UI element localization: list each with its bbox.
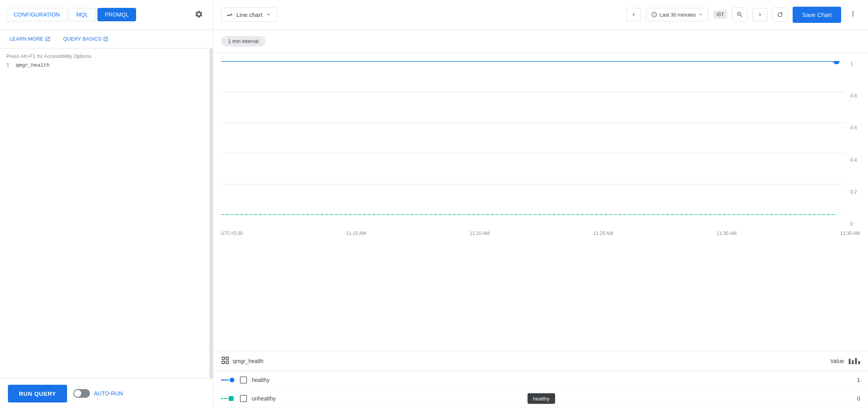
chart-toolbar-top: Line chart Last 30 minutes IST xyxy=(213,0,868,29)
x-label-1130: 11:30 AM xyxy=(716,231,737,236)
chart-svg xyxy=(221,61,860,215)
legend-header: qmgr_health Value xyxy=(213,351,868,371)
query-editor[interactable]: Press Alt+F1 for Accessibility Options. … xyxy=(0,48,213,378)
metric-grid-icon xyxy=(221,356,230,366)
legend-table: qmgr_health Value xyxy=(213,351,868,408)
main-area: LEARN MORE QUERY BASICS Press Alt+F1 for… xyxy=(0,30,868,408)
tab-promql[interactable]: PROMQL xyxy=(97,8,137,21)
svg-rect-9 xyxy=(226,361,228,363)
chart-type-label: Line chart xyxy=(236,11,262,18)
svg-rect-8 xyxy=(222,361,224,363)
line-code: qmgr_health xyxy=(16,62,50,68)
editor-line-1: 1 qmgr_health xyxy=(6,62,206,68)
chevron-right-icon xyxy=(757,11,763,18)
tab-configuration[interactable]: CONFIGURATION xyxy=(6,8,67,21)
unhealthy-label: unhealthy xyxy=(252,395,276,402)
settings-button[interactable] xyxy=(191,7,206,23)
value-col-label: Value xyxy=(830,358,844,364)
svg-point-11 xyxy=(230,378,234,382)
zoom-in-button[interactable] xyxy=(732,7,748,22)
query-basics-label: QUERY BASICS xyxy=(63,36,101,42)
y-label-02: 0.2 xyxy=(850,189,857,195)
chart-type-selector[interactable]: Line chart xyxy=(221,7,277,22)
healthy-line-indicator xyxy=(221,377,235,383)
legend-value-col: Value xyxy=(830,358,860,364)
unhealthy-line-svg xyxy=(221,396,235,401)
panel-links: LEARN MORE QUERY BASICS xyxy=(0,30,213,48)
y-axis: 0 0.2 0.4 0.6 0.8 1 xyxy=(850,61,859,227)
tab-mql[interactable]: MQL xyxy=(69,8,95,21)
healthy-checkbox[interactable] xyxy=(240,376,247,384)
tooltip-healthy: healthy xyxy=(528,393,555,404)
chart-interval-bar: 1 min interval xyxy=(213,30,868,53)
auto-run-toggle-container: AUTO-RUN xyxy=(73,389,123,398)
gear-icon xyxy=(195,10,203,19)
learn-more-link[interactable]: LEARN MORE xyxy=(9,36,51,42)
svg-rect-7 xyxy=(226,357,228,360)
editor-hint: Press Alt+F1 for Accessibility Options. xyxy=(6,53,206,59)
series-healthy-dot xyxy=(833,61,840,64)
x-label-1125: 11:25 AM xyxy=(593,231,613,236)
auto-run-toggle[interactable] xyxy=(73,389,90,398)
y-label-1: 1 xyxy=(850,61,857,67)
y-label-0: 0 xyxy=(850,221,857,227)
auto-run-label: AUTO-RUN xyxy=(94,390,123,397)
time-range-chevron-icon xyxy=(698,12,703,17)
more-options-button[interactable] xyxy=(846,7,860,23)
unhealthy-checkbox[interactable] xyxy=(240,395,247,402)
right-panel: 1 min interval xyxy=(213,30,868,408)
clock-icon xyxy=(651,11,657,18)
y-label-06: 0.6 xyxy=(850,125,857,130)
healthy-line-svg xyxy=(221,377,235,383)
top-bar: CONFIGURATION MQL PROMQL Line chart xyxy=(0,0,868,30)
x-label-1135: 11:35 AM xyxy=(840,231,860,236)
unhealthy-value: 0 xyxy=(857,395,860,402)
y-label-04: 0.4 xyxy=(850,157,857,163)
query-basics-link[interactable]: QUERY BASICS xyxy=(63,36,108,42)
healthy-label: healthy xyxy=(252,377,269,383)
interval-badge: 1 min interval xyxy=(221,36,266,47)
external-link-icon xyxy=(45,36,51,42)
timezone-badge[interactable]: IST xyxy=(713,10,727,19)
svg-rect-6 xyxy=(222,357,224,360)
learn-more-label: LEARN MORE xyxy=(9,36,43,42)
chart-svg-container: 0 0.2 0.4 0.6 0.8 1 xyxy=(221,61,860,227)
bottom-bar: RUN QUERY AUTO-RUN xyxy=(0,378,213,408)
line-chart-icon xyxy=(226,11,233,18)
time-range-selector[interactable]: Last 30 minutes xyxy=(646,8,709,21)
x-label-1115: 11:15 AM xyxy=(346,231,366,236)
tab-bar: CONFIGURATION MQL PROMQL xyxy=(0,0,213,29)
more-vert-icon xyxy=(849,10,857,18)
line-number: 1 xyxy=(6,62,9,68)
columns-view-icon[interactable] xyxy=(849,358,860,364)
legend-row-healthy: healthy 1 xyxy=(213,371,868,389)
chevron-down-icon xyxy=(266,11,272,18)
zoom-in-icon xyxy=(736,11,743,18)
legend-metric-name: qmgr_health xyxy=(233,358,264,364)
unhealthy-line-indicator xyxy=(221,396,235,401)
editor-scrollbar[interactable] xyxy=(210,48,213,378)
x-label-tz: UTC+5:30 xyxy=(221,231,243,236)
chart-area: 0 0.2 0.4 0.6 0.8 1 UTC+5:30 11:15 AM 11… xyxy=(213,53,868,348)
next-time-button[interactable] xyxy=(752,8,767,21)
query-basics-external-icon xyxy=(103,36,108,42)
run-query-button[interactable]: RUN QUERY xyxy=(8,385,67,402)
left-panel: LEARN MORE QUERY BASICS Press Alt+F1 for… xyxy=(0,30,213,408)
y-label-08: 0.8 xyxy=(850,93,857,99)
save-chart-button[interactable]: Save Chart xyxy=(793,7,841,23)
toggle-thumb xyxy=(74,390,81,397)
prev-time-button[interactable] xyxy=(626,8,641,21)
healthy-value: 1 xyxy=(857,377,860,383)
refresh-button[interactable] xyxy=(772,7,788,22)
refresh-icon xyxy=(776,11,784,18)
x-axis: UTC+5:30 11:15 AM 11:20 AM 11:25 AM 11:3… xyxy=(221,228,860,236)
svg-rect-13 xyxy=(229,396,234,401)
chevron-left-icon xyxy=(630,11,637,18)
app-container: CONFIGURATION MQL PROMQL Line chart xyxy=(0,0,868,408)
x-label-1120: 11:20 AM xyxy=(470,231,490,236)
legend-row-unhealthy: unhealthy healthy 0 xyxy=(213,389,868,408)
time-range-label: Last 30 minutes xyxy=(660,12,696,18)
